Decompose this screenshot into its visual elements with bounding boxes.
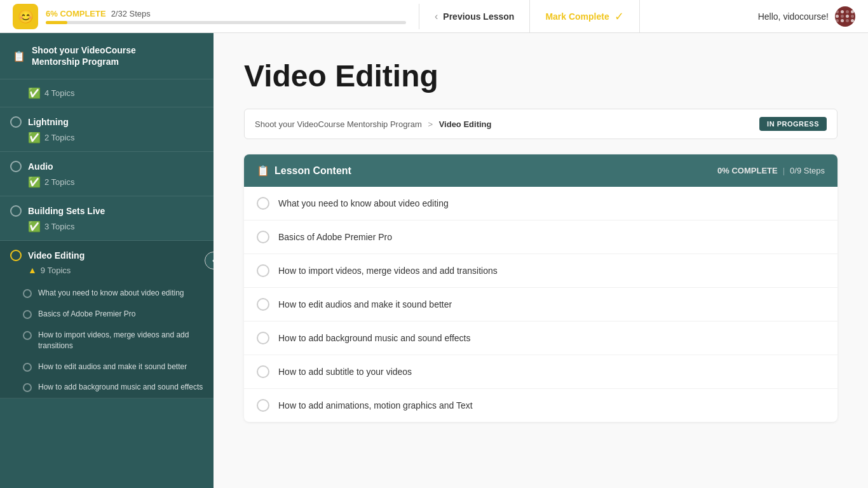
lesson-steps: 0/9 Steps <box>790 166 825 175</box>
lesson-item-text: Basics of Adobe Premier Pro <box>278 232 392 242</box>
topics-count: 2 Topics <box>44 177 74 187</box>
sidebar-lesson-item[interactable]: Basics of Adobe Premier Pro <box>0 304 214 325</box>
top-bar-mark: Mark Complete ✓ <box>530 0 639 32</box>
breadcrumb-current: Video Editing <box>439 119 492 129</box>
intro-topics[interactable]: ✅ 4 Topics <box>0 79 214 107</box>
main-content: Video Editing Shoot your VideoCourse Men… <box>214 33 868 488</box>
checkmark-icon: ✓ <box>614 10 624 24</box>
breadcrumb-separator: > <box>428 119 433 129</box>
avatar-dot <box>841 10 844 13</box>
mark-complete-button[interactable]: Mark Complete <box>545 11 609 22</box>
audio-topics[interactable]: ✅ 2 Topics <box>0 176 214 196</box>
lesson-content-box: 📋 Lesson Content 0% COMPLETE | 0/9 Steps… <box>244 154 837 422</box>
lesson-title: How to edit audios and make it sound bet… <box>38 362 187 372</box>
audio-title: Audio <box>28 161 53 172</box>
avatar-dot <box>836 15 839 18</box>
lesson-item-radio <box>257 298 269 311</box>
lesson-item-text: How to import videos, merge videos and a… <box>278 266 498 276</box>
lesson-radio <box>23 310 32 319</box>
sidebar-section-intro: ✅ 4 Topics <box>0 79 214 107</box>
sidebar: 📋 Shoot your VideoCourse Mentorship Prog… <box>0 33 214 488</box>
progress-bar-bg <box>46 21 406 24</box>
prev-arrow-button[interactable]: ‹ <box>435 11 438 22</box>
check-icon: ✅ <box>28 220 41 233</box>
avatar-dot <box>851 19 854 22</box>
main-layout: 📋 Shoot your VideoCourse Mentorship Prog… <box>0 33 868 488</box>
building-sets-title: Building Sets Live <box>28 206 105 216</box>
page-title: Video Editing <box>244 58 837 93</box>
avatar-dot <box>846 15 849 18</box>
lesson-radio <box>23 363 32 372</box>
sidebar-scroll: ✅ 4 Topics Lightning ✅ 2 Topics <box>0 79 214 488</box>
lesson-item-text: How to add animations, motion graphics a… <box>278 400 473 410</box>
avatar-dot <box>846 10 849 13</box>
sidebar-header: 📋 Shoot your VideoCourse Mentorship Prog… <box>0 33 214 79</box>
lesson-pct: 0% COMPLETE <box>717 166 778 175</box>
check-icon: ✅ <box>28 87 41 99</box>
lesson-item-text: How to add subtitle to your videos <box>278 367 412 377</box>
topics-count: 2 Topics <box>44 133 74 142</box>
lesson-item-text: How to edit audios and make it sound bet… <box>278 299 452 309</box>
lesson-title: What you need to know about video editin… <box>38 288 184 299</box>
audio-header[interactable]: Audio <box>0 152 214 176</box>
lesson-progress-info: 0% COMPLETE | 0/9 Steps <box>717 166 825 175</box>
lesson-item-radio <box>257 332 269 344</box>
breadcrumb-bar: Shoot your VideoCourse Mentorship Progra… <box>244 109 837 139</box>
lesson-content-title: 📋 Lesson Content <box>257 165 351 177</box>
sidebar-section-video-editing: Video Editing ▲ 9 Topics What you need t… <box>0 241 214 398</box>
lesson-item-text: What you need to know about video editin… <box>278 198 449 208</box>
building-sets-topics[interactable]: ✅ 3 Topics <box>0 220 214 240</box>
breadcrumb-program[interactable]: Shoot your VideoCourse Mentorship Progra… <box>255 119 422 129</box>
sidebar-lesson-item[interactable]: How to edit audios and make it sound bet… <box>0 356 214 377</box>
lightning-header[interactable]: Lightning <box>0 107 214 132</box>
lesson-item[interactable]: How to edit audios and make it sound bet… <box>244 288 837 322</box>
lesson-item[interactable]: What you need to know about video editin… <box>244 187 837 220</box>
user-greeting: Hello, vidocourse! <box>758 11 829 22</box>
topics-count: 3 Topics <box>44 222 74 231</box>
lesson-item-radio <box>257 197 269 210</box>
top-bar: 😊 6% COMPLETE 2/32 Steps ‹ Previous Less… <box>0 0 868 33</box>
lesson-item[interactable]: Basics of Adobe Premier Pro <box>244 220 837 254</box>
avatar <box>835 6 855 27</box>
avatar-dot <box>841 19 844 22</box>
lesson-item[interactable]: How to add background music and sound ef… <box>244 322 837 355</box>
prev-lesson-button[interactable]: Previous Lesson <box>443 11 514 22</box>
topics-count: 4 Topics <box>44 88 74 98</box>
logo: 😊 <box>13 4 38 29</box>
check-icon: ✅ <box>28 132 41 144</box>
video-editing-header[interactable]: Video Editing <box>0 241 214 265</box>
lightning-topics[interactable]: ✅ 2 Topics <box>0 132 214 151</box>
lesson-item[interactable]: How to import videos, merge videos and a… <box>244 254 837 288</box>
avatar-dot <box>851 15 854 18</box>
steps-label: 2/32 Steps <box>111 9 151 18</box>
lesson-title: How to add background music and sound ef… <box>38 382 203 393</box>
lesson-content-header: 📋 Lesson Content 0% COMPLETE | 0/9 Steps <box>244 154 837 187</box>
lesson-sep: | <box>783 166 785 175</box>
sidebar-doc-icon: 📋 <box>13 50 25 62</box>
breadcrumb: Shoot your VideoCourse Mentorship Progra… <box>255 119 491 129</box>
top-bar-user: Hello, vidocourse! <box>745 6 868 27</box>
sidebar-lesson-item[interactable]: What you need to know about video editin… <box>0 283 214 304</box>
video-editing-title: Video Editing <box>28 250 85 261</box>
lesson-radio <box>23 289 32 298</box>
sidebar-lesson-item[interactable]: How to import videos, merge videos and a… <box>0 325 214 356</box>
sidebar-lesson-item[interactable]: How to add background music and sound ef… <box>0 377 214 398</box>
lesson-title: Basics of Adobe Premier Pro <box>38 309 135 320</box>
building-sets-header[interactable]: Building Sets Live <box>0 196 214 220</box>
lesson-item[interactable]: How to add animations, motion graphics a… <box>244 389 837 422</box>
in-progress-badge: IN PROGRESS <box>759 117 827 131</box>
top-bar-nav: ‹ Previous Lesson <box>419 0 530 32</box>
video-editing-topics[interactable]: ▲ 9 Topics <box>0 265 214 283</box>
sidebar-section-lightning: Lightning ✅ 2 Topics <box>0 107 214 152</box>
top-bar-left: 😊 6% COMPLETE 2/32 Steps <box>0 4 419 29</box>
lesson-item[interactable]: How to add subtitle to your videos <box>244 355 837 389</box>
avatar-dot <box>851 10 854 13</box>
progress-section: 6% COMPLETE 2/32 Steps <box>46 9 406 24</box>
lesson-item-text: How to add background music and sound ef… <box>278 333 470 343</box>
check-icon: ✅ <box>28 176 41 188</box>
topics-count: 9 Topics <box>41 266 71 275</box>
logo-icon: 😊 <box>18 9 34 24</box>
lesson-item-radio <box>257 365 269 378</box>
up-arrow-icon: ▲ <box>28 265 37 275</box>
avatar-dot <box>836 10 839 13</box>
